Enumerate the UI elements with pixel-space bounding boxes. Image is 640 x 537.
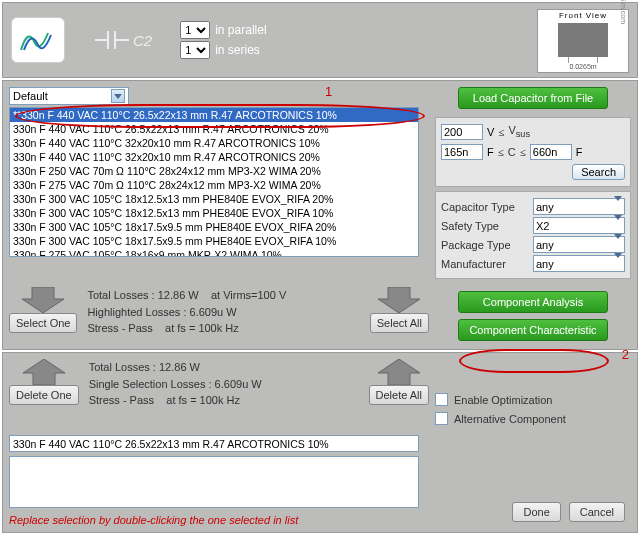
frontview-dimension: 0.0265m <box>569 63 596 70</box>
search-button[interactable]: Search <box>572 164 625 180</box>
le-icon: ≤ <box>520 146 526 158</box>
svg-marker-4 <box>22 287 64 313</box>
parallel-label: in parallel <box>215 23 266 37</box>
arrow-down-icon <box>22 287 64 313</box>
parallel-select[interactable]: 1 <box>180 21 210 39</box>
list-item[interactable]: 330n F 440 VAC 110°C 32x20x10 mm R.47 AR… <box>10 136 418 150</box>
stress-label: Stress - Pass <box>87 322 152 334</box>
component-id: C2 <box>133 32 152 49</box>
f-unit: F <box>487 146 494 158</box>
delete-one-button[interactable]: Delete One <box>9 385 79 405</box>
preset-value: Default <box>13 90 48 102</box>
logo <box>11 17 65 63</box>
svg-marker-7 <box>378 359 420 385</box>
chevron-down-icon <box>614 258 622 270</box>
list-item[interactable]: 330n F 250 VAC 70m Ω 110°C 28x24x12 mm M… <box>10 164 418 178</box>
chevron-down-icon <box>111 89 125 103</box>
single-sel-losses: Single Selection Losses : 6.609u W <box>89 376 363 393</box>
v-unit: V <box>487 126 494 138</box>
selection-list[interactable] <box>9 456 419 508</box>
filter-select[interactable]: any <box>533 236 625 253</box>
list-item[interactable]: 330n F 300 VAC 105°C 18x12.5x13 mm PHE84… <box>10 192 418 206</box>
cancel-button[interactable]: Cancel <box>569 502 625 522</box>
list-item[interactable]: 330n F 275 VAC 105°C 18x16x9 mm MKP-X2 W… <box>10 248 418 257</box>
select-all-button[interactable]: Select All <box>370 313 429 333</box>
arrow-up-icon <box>378 359 420 385</box>
series-label: in series <box>215 43 260 57</box>
frontview-panel: Front View 0.0265m © PowerESim.com <box>537 9 629 73</box>
component-characteristic-button[interactable]: Component Characteristic <box>458 319 608 341</box>
filter-select[interactable]: any <box>533 198 625 215</box>
chevron-down-icon <box>614 220 622 232</box>
list-item[interactable]: 330n F 440 VAC 110°C 32x20x10 mm R.47 AR… <box>10 150 418 164</box>
le-icon: ≤ <box>498 126 504 138</box>
component-analysis-button[interactable]: Component Analysis <box>458 291 608 313</box>
filter-select[interactable]: X2 <box>533 217 625 234</box>
le-icon: ≤ <box>498 146 504 158</box>
c-min-input[interactable] <box>441 144 483 160</box>
load-capacitor-button[interactable]: Load Capacitor from File <box>458 87 608 109</box>
delete-all-button[interactable]: Delete All <box>369 385 429 405</box>
list-item[interactable]: 330n F 300 VAC 105°C 18x12.5x13 mm PHE84… <box>10 206 418 220</box>
search-panel: V ≤ Vsus F ≤ C ≤ F Search <box>435 117 631 187</box>
v-sus-label: Vsus <box>508 124 530 139</box>
frontview-credit: © PowerESim.com <box>620 0 627 24</box>
annotation-1: 1 <box>325 84 332 99</box>
annotation-2: 2 <box>622 347 629 362</box>
v-min-input[interactable] <box>441 124 483 140</box>
highlighted-losses: Highlighted Losses : 6.609u W <box>87 304 363 321</box>
filter-label: Manufacturer <box>441 258 533 270</box>
select-one-button[interactable]: Select One <box>9 313 77 333</box>
enable-optimization-checkbox[interactable] <box>435 393 448 406</box>
selection-text-input[interactable] <box>9 435 419 452</box>
c-label: C <box>508 146 516 158</box>
list-item[interactable]: 330n F 300 VAC 105°C 18x17.5x9.5 mm PHE8… <box>10 234 418 248</box>
done-button[interactable]: Done <box>512 502 560 522</box>
capacitor-symbol: C2 <box>95 25 152 55</box>
list-item[interactable]: 330n F 300 VAC 105°C 18x17.5x9.5 mm PHE8… <box>10 220 418 234</box>
frontview-title: Front View <box>559 11 607 20</box>
list-item[interactable]: 330n F 440 VAC 110°C 26.5x22x13 mm R.47 … <box>10 122 418 136</box>
fs-label: at fs = 100k Hz <box>165 322 239 334</box>
total-losses-2: Total Losses : 12.86 W <box>89 359 363 376</box>
total-losses-label: Total Losses : 12.86 W <box>87 289 198 301</box>
filter-select[interactable]: any <box>533 255 625 272</box>
filter-label: Safety Type <box>441 220 533 232</box>
svg-marker-5 <box>378 287 420 313</box>
parallel-series-group: 1 in parallel 1 in series <box>180 21 266 59</box>
svg-marker-6 <box>23 359 65 385</box>
list-item[interactable]: **330n F 440 VAC 110°C 26.5x22x13 mm R.4… <box>10 108 418 122</box>
arrow-up-icon <box>23 359 65 385</box>
alternative-component-checkbox[interactable] <box>435 412 448 425</box>
arrow-down-icon <box>378 287 420 313</box>
component-listbox[interactable]: **330n F 440 VAC 110°C 26.5x22x13 mm R.4… <box>9 107 419 257</box>
enable-optimization-label: Enable Optimization <box>454 394 552 406</box>
list-item[interactable]: 330n F 275 VAC 70m Ω 110°C 28x24x12 mm M… <box>10 178 418 192</box>
chevron-down-icon <box>614 201 622 213</box>
filter-label: Capacitor Type <box>441 201 533 213</box>
stress-label-2: Stress - Pass <box>89 394 154 406</box>
filter-label: Package Type <box>441 239 533 251</box>
chevron-down-icon <box>614 239 622 251</box>
preset-select[interactable]: Default <box>9 87 129 105</box>
c-max-input[interactable] <box>530 144 572 160</box>
alternative-component-label: Alternative Component <box>454 413 566 425</box>
series-select[interactable]: 1 <box>180 41 210 59</box>
f-unit-2: F <box>576 146 583 158</box>
filter-panel: Capacitor TypeanySafety TypeX2Package Ty… <box>435 191 631 279</box>
virms-label: at Virms=100 V <box>211 289 286 301</box>
fs-label-2: at fs = 100k Hz <box>166 394 240 406</box>
